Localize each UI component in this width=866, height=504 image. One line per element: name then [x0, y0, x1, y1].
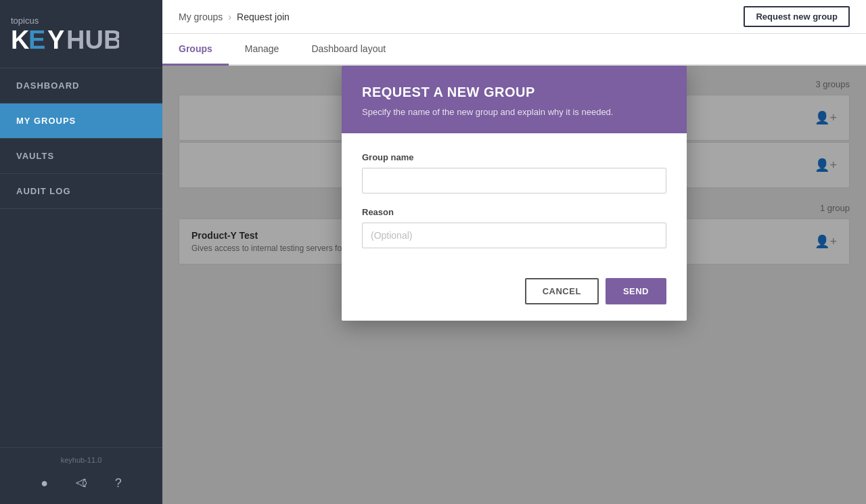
modal-body: Group name Reason: [342, 133, 687, 278]
group-name-input[interactable]: [362, 168, 666, 193]
svg-text:K: K: [11, 26, 30, 54]
svg-text:topicus: topicus: [11, 16, 39, 26]
app-logo: topicus K E Y HUB: [0, 0, 162, 68]
modal-header: REQUEST A NEW GROUP Specify the name of …: [342, 66, 687, 133]
modal-overlay: REQUEST A NEW GROUP Specify the name of …: [162, 66, 866, 504]
modal-footer: CANCEL SEND: [342, 278, 687, 321]
user-icon[interactable]: ●: [41, 476, 48, 490]
cancel-button[interactable]: CANCEL: [525, 278, 599, 304]
request-new-group-button[interactable]: Request new group: [744, 6, 850, 27]
svg-text:HUB: HUB: [66, 26, 119, 54]
topbar: My groups › Request join Request new gro…: [162, 0, 866, 34]
tab-dashboard-layout[interactable]: Dashboard layout: [295, 34, 402, 66]
group-name-label: Group name: [362, 152, 666, 162]
tab-manage[interactable]: Manage: [229, 34, 296, 66]
breadcrumb: My groups › Request join: [179, 12, 290, 22]
breadcrumb-separator: ›: [228, 12, 231, 22]
breadcrumb-parent[interactable]: My groups: [179, 12, 223, 22]
svg-text:Y: Y: [47, 26, 64, 54]
app-version: keyhub-11.0: [0, 456, 162, 464]
sidebar-item-vaults[interactable]: VAULTS: [0, 139, 162, 174]
reason-label: Reason: [362, 207, 666, 217]
help-icon[interactable]: ?: [115, 476, 122, 490]
tab-groups[interactable]: Groups: [162, 34, 229, 66]
send-button[interactable]: SEND: [606, 278, 666, 304]
sidebar: topicus K E Y HUB DASHBOARD MY GROUPS VA…: [0, 0, 162, 504]
nav-items: DASHBOARD MY GROUPS VAULTS AUDIT LOG: [0, 68, 162, 447]
breadcrumb-current: Request join: [237, 12, 290, 22]
power-icon[interactable]: ⏿: [75, 476, 87, 490]
sidebar-item-my-groups[interactable]: MY GROUPS: [0, 104, 162, 139]
sidebar-item-audit-log[interactable]: AUDIT LOG: [0, 174, 162, 209]
tabs-bar: Groups Manage Dashboard layout: [162, 34, 866, 66]
content-area: 3 groups 👤+ 👤+ 1 group Product-Y Test: [162, 66, 866, 504]
modal-subtitle: Specify the name of the new group and ex…: [362, 107, 666, 117]
modal: REQUEST A NEW GROUP Specify the name of …: [342, 66, 687, 321]
main-content: My groups › Request join Request new gro…: [162, 0, 866, 504]
modal-title: REQUEST A NEW GROUP: [362, 85, 666, 100]
sidebar-footer: keyhub-11.0 ● ⏿ ?: [0, 447, 162, 504]
reason-input[interactable]: [362, 223, 666, 248]
footer-icons: ● ⏿ ?: [0, 471, 162, 496]
sidebar-item-dashboard[interactable]: DASHBOARD: [0, 68, 162, 104]
svg-text:E: E: [28, 26, 45, 54]
